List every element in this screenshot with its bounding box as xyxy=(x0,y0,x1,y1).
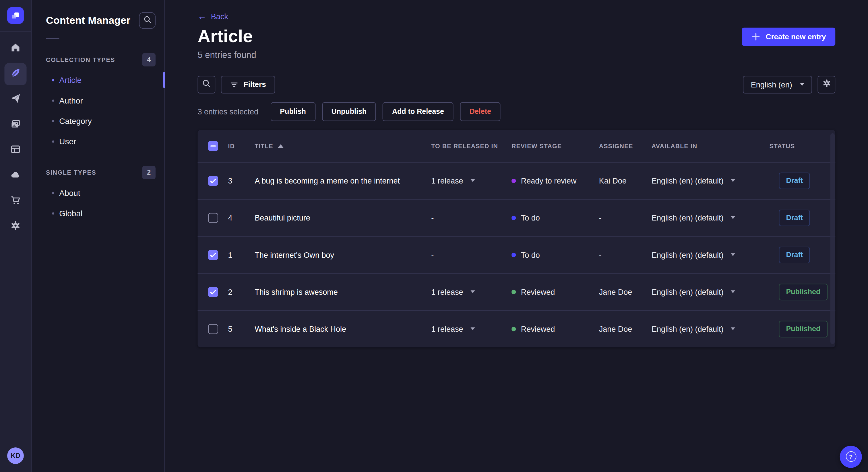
table-row[interactable]: 5What's inside a Black Hole1 releaseRevi… xyxy=(197,310,835,347)
available-in-value: English (en) (default) xyxy=(652,213,724,222)
status-badge: Published xyxy=(779,283,828,300)
sidebar-item-about[interactable]: About xyxy=(32,182,164,203)
filters-button[interactable]: Filters xyxy=(221,76,275,94)
sidebar-search-button[interactable] xyxy=(139,12,156,29)
available-in-cell[interactable]: English (en) (default) xyxy=(652,176,770,185)
content-type-builder-nav-button[interactable] xyxy=(4,139,26,162)
arrow-left-icon: ← xyxy=(197,12,206,21)
title-cell: This shrimp is awesome xyxy=(255,287,431,296)
home-nav-button[interactable] xyxy=(4,38,26,60)
create-new-entry-button[interactable]: Create new entry xyxy=(742,28,836,46)
row-checkbox[interactable] xyxy=(208,287,218,297)
assignee-cell: Jane Doe xyxy=(599,325,652,334)
media-library-nav-button[interactable] xyxy=(4,114,26,136)
released-in-value: 1 release xyxy=(431,176,463,185)
released-in-value: - xyxy=(431,250,434,259)
review-stage-dot xyxy=(512,179,516,183)
assignee-cell: - xyxy=(599,213,652,222)
home-icon xyxy=(10,42,21,55)
publish-button[interactable]: Publish xyxy=(271,102,315,121)
released-in-cell[interactable]: 1 release xyxy=(431,287,512,296)
locale-select[interactable]: English (en) xyxy=(743,76,812,94)
available-in-value: English (en) (default) xyxy=(652,325,724,334)
help-button[interactable]: ? xyxy=(840,445,862,467)
add-to-release-button[interactable]: Add to Release xyxy=(383,102,454,121)
review-stage-label: Reviewed xyxy=(521,325,555,334)
strapi-logo[interactable] xyxy=(7,7,24,24)
table-row[interactable]: 4Beautiful picture-To do-English (en) (d… xyxy=(197,199,835,236)
status-cell: Published xyxy=(770,283,835,300)
row-checkbox[interactable] xyxy=(208,176,218,186)
user-avatar[interactable]: KD xyxy=(7,447,24,464)
deploy-nav-button[interactable] xyxy=(4,165,26,187)
released-in-cell: - xyxy=(431,250,512,259)
back-label: Back xyxy=(211,12,228,21)
page-title: Article xyxy=(197,26,253,46)
sidebar-section-header[interactable]: SINGLE TYPES2 xyxy=(32,165,164,180)
search-icon xyxy=(202,79,211,90)
gear-icon xyxy=(822,78,831,90)
row-checkbox[interactable] xyxy=(208,250,218,260)
review-stage-cell: Reviewed xyxy=(512,325,599,334)
available-in-value: English (en) (default) xyxy=(652,287,724,296)
sidebar-section: COLLECTION TYPES4ArticleAuthorCategoryUs… xyxy=(32,52,164,151)
settings-nav-button[interactable] xyxy=(4,216,26,238)
sidebar-section-count-badge: 2 xyxy=(143,166,156,179)
unpublish-button[interactable]: Unpublish xyxy=(322,102,376,121)
back-link[interactable]: ← Back xyxy=(197,12,228,21)
available-in-cell[interactable]: English (en) (default) xyxy=(652,287,770,296)
sidebar-item-article[interactable]: Article xyxy=(32,70,164,90)
released-in-cell[interactable]: 1 release xyxy=(431,176,512,185)
bullet-icon xyxy=(52,192,54,194)
selection-count-text: 3 entries selected xyxy=(197,107,258,116)
list-search-button[interactable] xyxy=(197,76,215,94)
id-cell: 2 xyxy=(228,287,255,296)
sidebar-item-global[interactable]: Global xyxy=(32,203,164,224)
chevron-down-icon xyxy=(731,328,735,330)
main-nav-rail: KD xyxy=(0,0,32,472)
cart-icon xyxy=(10,195,21,208)
review-stage-label: Reviewed xyxy=(521,287,555,296)
available-in-cell[interactable]: English (en) (default) xyxy=(652,250,770,259)
available-in-cell[interactable]: English (en) (default) xyxy=(652,325,770,334)
review-stage-cell: Reviewed xyxy=(512,287,599,296)
releases-nav-button[interactable] xyxy=(4,89,26,111)
released-in-cell[interactable]: 1 release xyxy=(431,325,512,334)
sidebar-item-category[interactable]: Category xyxy=(32,111,164,131)
table-row[interactable]: 3A bug is becoming a meme on the interne… xyxy=(197,162,835,199)
column-header-available-in: AVAILABLE IN xyxy=(652,142,770,149)
table-row[interactable]: 1The internet's Own boy-To do-English (e… xyxy=(197,236,835,273)
sidebar-title: Content Manager xyxy=(46,14,130,26)
sidebar-item-author[interactable]: Author xyxy=(32,90,164,110)
logo-section xyxy=(0,0,31,32)
row-checkbox[interactable] xyxy=(208,213,218,223)
marketplace-nav-button[interactable] xyxy=(4,190,26,212)
column-header-title[interactable]: TITLE xyxy=(255,142,431,149)
column-header-id[interactable]: ID xyxy=(228,142,255,149)
sidebar-item-user[interactable]: User xyxy=(32,131,164,151)
view-settings-button[interactable] xyxy=(817,76,835,94)
sidebar-item-label: User xyxy=(59,137,76,146)
sidebar-section-count-badge: 4 xyxy=(143,53,156,66)
available-in-cell[interactable]: English (en) (default) xyxy=(652,213,770,222)
content-manager-nav-button[interactable] xyxy=(4,63,26,85)
chevron-down-icon xyxy=(470,291,475,293)
title-cell: A bug is becoming a meme on the internet xyxy=(255,176,431,185)
status-badge: Published xyxy=(779,321,828,337)
active-indicator xyxy=(163,72,165,88)
assignee-cell: Jane Doe xyxy=(599,287,652,296)
sidebar-section-label: SINGLE TYPES xyxy=(46,169,96,176)
table-row[interactable]: 2This shrimp is awesome1 releaseReviewed… xyxy=(197,273,835,310)
bullet-icon xyxy=(52,99,54,102)
sidebar-section-header[interactable]: COLLECTION TYPES4 xyxy=(32,52,164,67)
select-all-checkbox[interactable] xyxy=(208,141,218,151)
row-checkbox[interactable] xyxy=(208,324,218,334)
id-cell: 3 xyxy=(228,176,255,185)
delete-button[interactable]: Delete xyxy=(460,102,501,121)
status-cell: Published xyxy=(770,321,835,337)
title-cell: Beautiful picture xyxy=(255,213,431,222)
id-cell: 5 xyxy=(228,325,255,334)
bullet-icon xyxy=(52,212,54,214)
sidebar-item-list: ArticleAuthorCategoryUser xyxy=(32,70,164,151)
gear-icon xyxy=(10,220,21,233)
